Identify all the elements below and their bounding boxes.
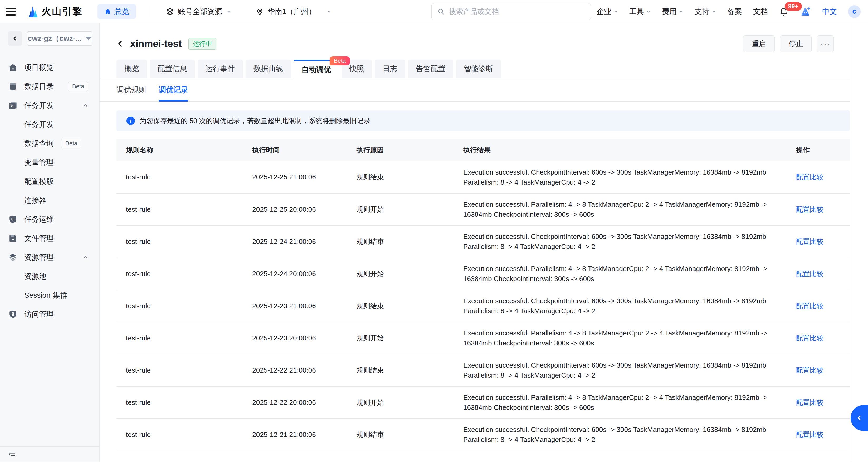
config-compare-link[interactable]: 配置比较 <box>796 334 824 342</box>
table-row: test-rule 2025-12-24 21:00:06 规则结束 Execu… <box>117 226 849 258</box>
sidebar-item-task-ops[interactable]: 任务运维 <box>0 210 99 229</box>
config-compare-link[interactable]: 配置比较 <box>796 302 824 310</box>
subtab-tuning-records[interactable]: 调优记录 <box>159 78 188 101</box>
nav-overview-button[interactable]: 总览 <box>97 4 136 19</box>
nav-billing[interactable]: 费用 <box>662 7 684 17</box>
subtab-tuning-rules[interactable]: 调优规则 <box>117 78 146 101</box>
tab-data-curves[interactable]: 数据曲线 <box>246 60 291 78</box>
col-rule-name: 规则名称 <box>117 139 252 161</box>
sidebar-item-data-catalog[interactable]: 数据目录 Beta <box>0 77 99 96</box>
tab-run-events[interactable]: 运行事件 <box>198 60 243 78</box>
back-icon[interactable] <box>116 39 124 48</box>
home-icon <box>104 8 111 15</box>
top-navbar: 火山引擎 总览 账号全部资源 华南1（广州） <box>0 0 868 23</box>
cell-exec-result: Execution successful. Parallelism: 4 -> … <box>463 322 796 354</box>
col-exec-reason: 执行原因 <box>356 139 463 161</box>
sidebar-subitem-config-template[interactable]: 配置模版 <box>0 172 99 191</box>
cell-rule-name: test-rule <box>117 322 252 354</box>
stop-button[interactable]: 停止 <box>780 35 812 52</box>
sidebar-item-resource-management-group[interactable]: 资源管理 <box>0 248 99 267</box>
sidebar-subitem-session-cluster[interactable]: Session 集群 <box>0 286 99 305</box>
cell-exec-result: Execution successful. CheckpointInterval… <box>463 290 796 322</box>
config-compare-link[interactable]: 配置比较 <box>796 173 824 181</box>
account-scope-selector[interactable]: 账号全部资源 <box>166 7 231 17</box>
col-exec-time: 执行时间 <box>252 139 356 161</box>
navbar-right: 企业 工具 费用 支持 备案 文档 99+ 中文 c <box>597 5 861 18</box>
cell-exec-reason: 规则结束 <box>356 354 463 386</box>
tab-auto-tuning[interactable]: 自动调优 Beta <box>293 60 339 78</box>
notification-bell-icon[interactable]: 99+ <box>779 7 788 16</box>
hamburger-menu-icon[interactable] <box>6 8 16 16</box>
config-compare-link[interactable]: 配置比较 <box>796 431 824 438</box>
config-compare-link[interactable]: 配置比较 <box>796 238 824 246</box>
terminal-icon <box>8 101 18 110</box>
status-badge: 运行中 <box>188 38 216 50</box>
table-row: test-rule 2025-12-24 20:00:06 规则开始 Execu… <box>117 258 849 290</box>
sidebar-nav: 项目概览 数据目录 Beta 任务开发 任务开发 <box>0 58 99 324</box>
restart-button[interactable]: 重启 <box>743 35 775 52</box>
user-avatar[interactable]: c <box>848 5 861 18</box>
sidebar-item-project-overview[interactable]: 项目概览 <box>0 58 99 77</box>
search-input[interactable] <box>449 8 585 16</box>
table-row: test-rule 2025-12-23 21:00:06 规则结束 Execu… <box>117 290 849 322</box>
sidebar-subitem-data-query[interactable]: 数据查询 Beta <box>0 134 99 153</box>
table-header-row: 规则名称 执行时间 执行原因 执行结果 操作 <box>117 139 849 161</box>
nav-docs[interactable]: 文档 <box>753 7 768 17</box>
cell-exec-reason: 规则结束 <box>356 418 463 451</box>
sidebar-collapse-back-button[interactable] <box>8 31 22 46</box>
main-content: xinmei-test 运行中 重启 停止 ··· 概览 配置信息 运行事件 数… <box>100 23 849 462</box>
cell-exec-reason: 规则开始 <box>356 386 463 418</box>
cell-rule-name: test-rule <box>117 386 252 418</box>
sidebar-item-file-management[interactable]: 文件管理 <box>0 229 99 248</box>
tab-config-info[interactable]: 配置信息 <box>150 60 195 78</box>
nav-tools[interactable]: 工具 <box>629 7 651 17</box>
nav-support[interactable]: 支持 <box>694 7 716 17</box>
tab-smart-diagnosis[interactable]: 智能诊断 <box>456 60 501 78</box>
tab-overview[interactable]: 概览 <box>117 60 147 78</box>
nav-enterprise[interactable]: 企业 <box>597 7 618 17</box>
location-pin-icon <box>256 8 264 16</box>
info-icon: i <box>126 117 135 125</box>
cell-exec-reason: 规则开始 <box>356 258 463 290</box>
cell-exec-time: 2025-12-22 21:00:06 <box>252 354 356 386</box>
sidebar-subitem-variable-management[interactable]: 变量管理 <box>0 153 99 172</box>
sidebar-item-task-development-group[interactable]: 任务开发 <box>0 96 99 115</box>
sidebar-subitem-connector[interactable]: 连接器 <box>0 191 99 210</box>
region-selector[interactable]: 华南1（广州） <box>256 7 332 17</box>
more-actions-button[interactable]: ··· <box>817 35 834 52</box>
lock-shield-icon <box>8 310 18 319</box>
table-row: test-rule 2025-12-25 21:00:06 规则结束 Execu… <box>117 161 849 193</box>
table-row: test-rule 2025-12-22 21:00:06 规则结束 Execu… <box>117 354 849 386</box>
chevron-left-icon <box>856 414 863 422</box>
sidebar-subitem-resource-pool[interactable]: 资源池 <box>0 267 99 286</box>
brand-logo[interactable]: 火山引擎 <box>26 5 83 18</box>
collapse-sidebar-icon[interactable] <box>8 451 16 458</box>
nav-icp[interactable]: 备案 <box>727 7 742 17</box>
language-switch[interactable]: 中文 <box>822 7 837 17</box>
chevron-down-icon <box>327 9 332 14</box>
cell-exec-reason: 规则开始 <box>356 322 463 354</box>
config-compare-link[interactable]: 配置比较 <box>796 205 824 213</box>
tab-alert-config[interactable]: 告警配置 <box>408 60 453 78</box>
floppy-disk-icon <box>8 234 18 243</box>
sidebar-footer <box>0 446 99 462</box>
beta-badge: Beta <box>61 139 82 148</box>
sidebar-subitem-task-development[interactable]: 任务开发 <box>0 115 99 134</box>
cell-rule-name: test-rule <box>117 161 252 193</box>
resource-layers-icon <box>166 7 174 16</box>
col-exec-result: 执行结果 <box>463 139 796 161</box>
tab-logs[interactable]: 日志 <box>375 60 405 78</box>
global-search[interactable] <box>431 3 591 20</box>
config-compare-link[interactable]: 配置比较 <box>796 399 824 406</box>
sidebar-item-access-management[interactable]: 访问管理 <box>0 305 99 324</box>
cell-exec-result: Execution successful. Parallelism: 4 -> … <box>463 386 796 418</box>
home-icon <box>8 63 18 72</box>
cell-exec-time: 2025-12-22 20:00:06 <box>252 386 356 418</box>
chevron-down-icon <box>226 9 231 14</box>
project-selector[interactable]: cwz-gz（cwz-... <box>27 31 92 46</box>
expand-panel-button[interactable] <box>850 405 868 431</box>
config-compare-link[interactable]: 配置比较 <box>796 270 824 278</box>
right-rail <box>849 23 868 462</box>
config-compare-link[interactable]: 配置比较 <box>796 366 824 374</box>
cell-rule-name: test-rule <box>117 290 252 322</box>
